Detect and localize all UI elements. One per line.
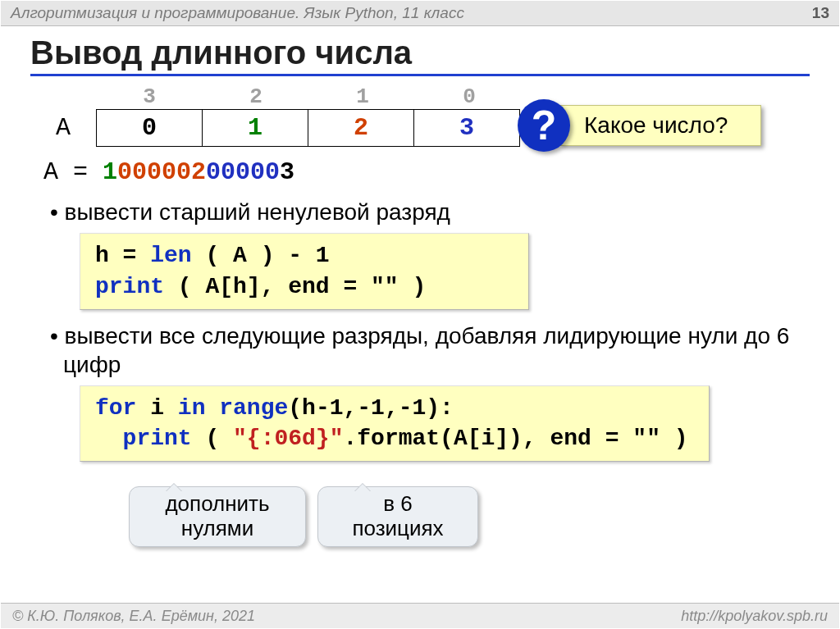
index-1: 1 [309,84,416,109]
array-label: A [30,114,96,142]
bubble-6-positions: в 6позициях [317,486,478,547]
footer: © К.Ю. Поляков, Е.А. Ерёмин, 2021 http:/… [1,603,839,628]
c2l1-for: for [95,395,136,421]
c1l2-post: ( A[h], end = "" ) [164,274,426,299]
slide-title: Вывод длинного числа [30,34,810,76]
index-3: 3 [96,84,203,109]
footer-right: http://kpolyakov.spb.ru [681,608,828,625]
cell-2: 1 [203,110,308,146]
c2l1-in: in [178,395,206,421]
avalue-prefix: A = [43,158,103,186]
c2l1-mid: i [136,395,177,421]
avalue-g1: 000002 [117,158,206,186]
c1l1-kw: len [150,243,191,268]
c2l2-call: .format(A[i]), end = "" ) [343,426,687,451]
array-cells: 0 1 2 3 [96,109,520,147]
index-2: 2 [203,84,309,109]
array-value-line: A = 1000002000003 [43,158,810,186]
array-row: A 0 1 2 3 [30,109,810,147]
c2l2-print: print [123,426,192,451]
c2l1-args: (h-1,-1,-1): [288,395,454,421]
c1l2-kw: print [95,274,164,299]
slide: Алгоритмизация и программирование. Язык … [0,0,840,629]
c2l2-str: "{:06d}" [233,426,343,451]
code-box-2: for i in range(h-1,-1,-1): print ( "{:06… [80,385,710,463]
c2l2-pre [95,426,123,451]
question-mark-icon: ? [518,99,570,152]
subject-text: Алгоритмизация и программирование. Язык … [11,1,464,25]
footer-left: © К.Ю. Поляков, Е.А. Ерёмин, 2021 [12,608,255,625]
page-number: 13 [812,1,829,25]
c1l1-pre: h = [95,243,150,268]
callouts: дополнитьнулями в 6позициях [30,462,810,560]
topbar: Алгоритмизация и программирование. Язык … [1,1,839,26]
c1l1-post: ( A ) - 1 [192,243,330,268]
code-box-1: h = len ( A ) - 1 print ( A[h], end = ""… [80,233,529,310]
bullet-2: вывести все следующие разряды, добавляя … [50,321,810,379]
avalue-g3: 3 [280,158,294,186]
cell-1: 2 [308,110,414,146]
bullet-1: вывести старший ненулевой разряд [50,198,810,226]
content-area: 3 2 1 0 A 0 1 2 3 A = 1000002000003 выве… [30,84,810,560]
c2l2-open: ( [192,426,233,451]
bubble-pad-zeros: дополнитьнулями [129,486,306,547]
avalue-g2: 00000 [206,158,280,186]
cell-3: 0 [97,110,203,146]
avalue-g0: 1 [103,158,117,186]
array-indices: 3 2 1 0 [96,84,523,109]
c2l1-rng: range [205,395,288,421]
cell-0: 3 [414,110,519,146]
index-0: 0 [416,84,523,109]
